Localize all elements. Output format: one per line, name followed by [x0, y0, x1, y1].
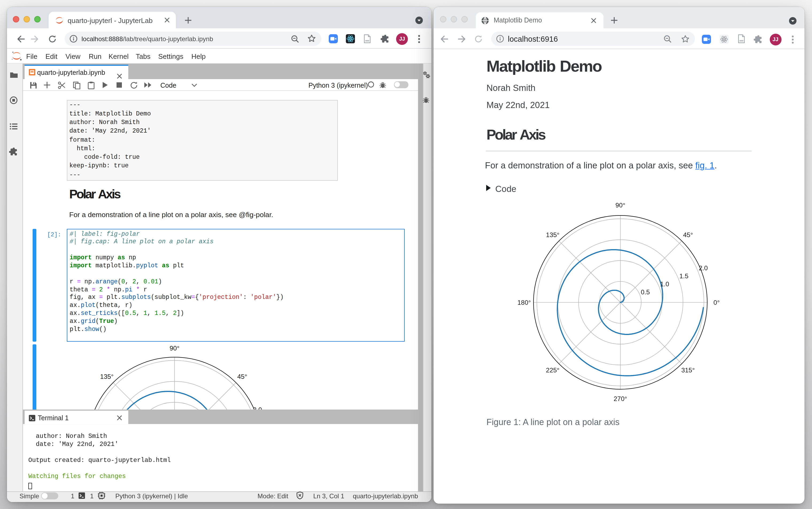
svg-text:315°: 315°: [681, 366, 695, 373]
svg-text:0°: 0°: [713, 299, 719, 306]
svg-text:135°: 135°: [546, 231, 559, 238]
svg-text:135°: 135°: [100, 373, 113, 380]
svg-text:2.0: 2.0: [253, 406, 262, 409]
svg-text:2.0: 2.0: [699, 264, 708, 271]
svg-text:90°: 90°: [170, 344, 179, 351]
svg-text:225°: 225°: [546, 366, 559, 373]
svg-text:45°: 45°: [683, 231, 693, 238]
svg-text:1.0: 1.0: [660, 280, 669, 287]
svg-text:1.5: 1.5: [679, 272, 689, 279]
svg-text:0.5: 0.5: [641, 288, 650, 296]
svg-text:180°: 180°: [518, 299, 531, 306]
svg-text:270°: 270°: [614, 395, 627, 402]
svg-text:45°: 45°: [237, 373, 247, 380]
svg-text:90°: 90°: [615, 201, 626, 208]
